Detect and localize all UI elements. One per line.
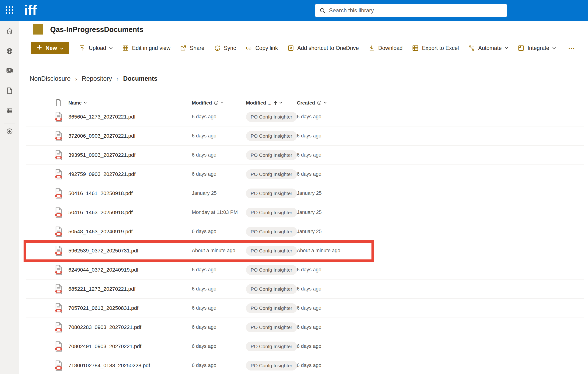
created-value: January 25 [297, 209, 584, 215]
table-row[interactable]: 372006_0903_20270221.pdf 6 days ago PO C… [26, 126, 584, 145]
pdf-file-icon [53, 131, 64, 141]
create-plus-icon[interactable] [5, 127, 14, 135]
column-header-modified-by[interactable]: Modified ... [246, 100, 292, 106]
document-list: Name Modified Modified ... Created [26, 98, 584, 374]
created-value: 6 days ago [297, 152, 584, 158]
new-button-label: New [45, 45, 57, 51]
site-title[interactable]: Qas-InProgressDocuments [50, 25, 144, 34]
library-icon[interactable] [5, 106, 14, 115]
modified-value: 6 days ago [192, 152, 241, 158]
command-export-to-excel[interactable]: Export to Excel [412, 45, 459, 52]
globe-icon[interactable] [5, 47, 14, 55]
breadcrumb-item-nondisclosure[interactable]: NonDisclosure [30, 75, 71, 82]
app-launcher-waffle-icon[interactable] [6, 6, 14, 15]
table-row[interactable]: 50416_1463_20250918.pdf Monday at 11:03 … [26, 203, 584, 222]
table-row[interactable]: 492759_0903_20270221.pdf 6 days ago PO C… [26, 165, 584, 184]
search-icon [319, 8, 326, 14]
download-icon [368, 45, 375, 52]
integrate-icon [517, 45, 525, 52]
created-value: 6 days ago [297, 133, 584, 139]
column-header-created[interactable]: Created [297, 100, 584, 106]
info-icon [317, 101, 322, 105]
command-upload[interactable]: Upload [79, 45, 113, 52]
table-row[interactable]: 70802283_0903_20270221.pdf 6 days ago PO… [26, 318, 584, 337]
command-integrate[interactable]: Integrate [517, 45, 556, 52]
breadcrumb: NonDisclosure›Repository›Documents [30, 75, 158, 82]
pdf-file-icon [53, 169, 64, 180]
pdf-file-icon [53, 284, 64, 294]
file-name[interactable]: 6249044_0372_20240919.pdf [68, 267, 187, 273]
modified-value: About a minute ago [192, 248, 241, 254]
breadcrumb-item-repository[interactable]: Repository [82, 75, 112, 82]
modified-by-badge: PO Confg Insighter [246, 188, 297, 198]
table-row[interactable]: 71800102784_0133_20250228.pdf 6 days ago… [26, 356, 584, 374]
file-name[interactable]: 393951_0903_20270221.pdf [68, 152, 187, 158]
modified-value: 6 days ago [192, 286, 241, 292]
news-icon[interactable] [5, 66, 14, 75]
modified-by-badge: PO Confg Insighter [246, 227, 297, 237]
file-name[interactable]: 50416_1463_20250918.pdf [68, 209, 187, 216]
chevron-down-icon [109, 47, 113, 49]
command-copy-link[interactable]: Copy link [245, 45, 278, 52]
command-sync[interactable]: Sync [214, 45, 236, 52]
table-row[interactable]: 6249044_0372_20240919.pdf 6 days ago PO … [26, 260, 584, 280]
pdf-file-icon [53, 150, 64, 161]
share-icon [180, 45, 187, 52]
chevron-down-icon [84, 102, 87, 104]
sidebar-divider [4, 123, 15, 124]
pdf-file-icon [53, 322, 64, 333]
file-name[interactable]: 365604_1273_20270221.pdf [68, 114, 187, 120]
modified-value: 6 days ago [192, 229, 241, 234]
column-header-modified[interactable]: Modified [192, 100, 241, 106]
command-add-shortcut-to-onedrive[interactable]: Add shortcut to OneDrive [287, 45, 359, 52]
file-name[interactable]: 71800102784_0133_20250228.pdf [68, 363, 187, 369]
file-name[interactable]: 372006_0903_20270221.pdf [68, 133, 187, 139]
table-row[interactable]: 7057021_0613_20250831.pdf 6 days ago PO … [26, 299, 584, 318]
documents-icon[interactable] [5, 87, 14, 95]
file-name[interactable]: 492759_0903_20270221.pdf [68, 171, 187, 177]
chevron-down-icon [505, 47, 508, 49]
overflow-menu-button[interactable]: … [568, 44, 575, 52]
table-row[interactable]: 50548_1463_20240919.pdf 6 days ago PO Co… [26, 222, 584, 241]
table-row[interactable]: 685221_1273_20270221.pdf 6 days ago PO C… [26, 280, 584, 299]
new-button[interactable]: New [31, 42, 69, 54]
modified-value: 6 days ago [192, 343, 241, 349]
created-value: 6 days ago [297, 343, 584, 349]
chevron-down-icon [220, 102, 223, 104]
file-name[interactable]: 7057021_0613_20250831.pdf [68, 305, 187, 311]
home-icon[interactable] [5, 27, 14, 35]
pdf-file-icon [53, 112, 64, 122]
file-name[interactable]: 50416_1461_20250918.pdf [68, 190, 187, 197]
created-value: 6 days ago [297, 114, 584, 120]
modified-by-badge: PO Confg Insighter [246, 169, 297, 179]
file-name[interactable]: 70802491_0903_20270221.pdf [68, 343, 187, 350]
file-type-column-icon[interactable] [53, 99, 64, 106]
created-value: 6 days ago [297, 267, 584, 273]
table-row[interactable]: 365604_1273_20270221.pdf 6 days ago PO C… [26, 107, 584, 126]
table-row[interactable]: 50416_1461_20250918.pdf January 25 PO Co… [26, 184, 584, 203]
chevron-down-icon [324, 102, 327, 104]
file-name[interactable]: 685221_1273_20270221.pdf [68, 286, 187, 292]
add-shortcut-icon [287, 45, 294, 52]
modified-value: Monday at 11:03 PM [192, 209, 241, 215]
command-bar: New UploadEdit in grid viewShareSyncCopy… [19, 37, 588, 59]
created-value: 6 days ago [297, 171, 584, 177]
pdf-file-icon [53, 303, 64, 313]
file-name[interactable]: 50548_1463_20240919.pdf [68, 229, 187, 235]
search-input[interactable] [329, 7, 503, 14]
site-logo-square[interactable] [33, 24, 43, 34]
table-row[interactable]: 70802491_0903_20270221.pdf 6 days ago PO… [26, 337, 584, 356]
modified-by-badge: PO Confg Insighter [246, 322, 297, 332]
file-name[interactable]: 70802283_0903_20270221.pdf [68, 324, 187, 330]
column-header-name[interactable]: Name [68, 100, 187, 106]
table-row[interactable]: 393951_0903_20270221.pdf 6 days ago PO C… [26, 145, 584, 165]
file-name[interactable]: 5962539_0372_20250731.pdf [68, 248, 187, 254]
table-row[interactable]: 5962539_0372_20250731.pdf About a minute… [26, 241, 584, 260]
breadcrumb-item-documents[interactable]: Documents [123, 75, 158, 82]
command-automate[interactable]: Automate [468, 45, 508, 52]
command-edit-in-grid-view[interactable]: Edit in grid view [122, 45, 171, 52]
command-share[interactable]: Share [180, 45, 204, 52]
command-download[interactable]: Download [368, 45, 403, 52]
library-search-box[interactable] [315, 4, 507, 17]
modified-by-badge: PO Confg Insighter [246, 342, 297, 351]
